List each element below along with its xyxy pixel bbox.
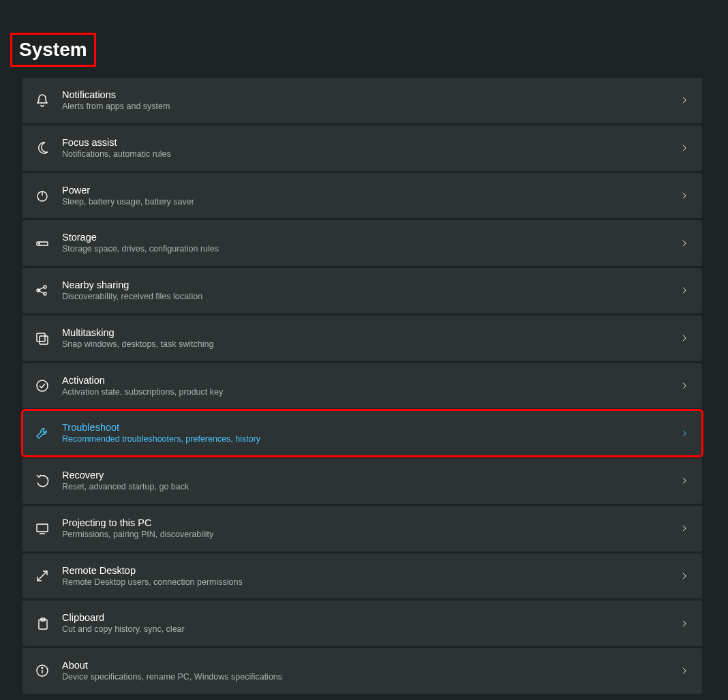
chevron-right-icon <box>680 239 690 248</box>
chevron-right-icon <box>680 666 690 675</box>
settings-item-about[interactable]: AboutDevice specifications, rename PC, W… <box>22 648 702 694</box>
settings-item-texts: MultitaskingSnap windows, desktops, task… <box>62 326 680 350</box>
drive-icon <box>35 236 50 251</box>
settings-item-title: Recovery <box>62 469 680 481</box>
chevron-right-icon <box>680 381 690 391</box>
settings-item-multitasking[interactable]: MultitaskingSnap windows, desktops, task… <box>22 316 702 361</box>
settings-item-texts: StorageStorage space, drives, configurat… <box>62 231 680 255</box>
settings-item-notifications[interactable]: NotificationsAlerts from apps and system <box>22 78 702 123</box>
chevron-right-icon <box>680 333 690 343</box>
settings-item-nearby-sharing[interactable]: Nearby sharingDiscoverability, received … <box>22 268 702 314</box>
settings-item-desc: Permissions, pairing PIN, discoverabilit… <box>62 530 680 541</box>
chevron-right-icon <box>680 286 690 295</box>
settings-item-desc: Recommended troubleshooters, preferences… <box>62 434 680 445</box>
settings-item-storage[interactable]: StorageStorage space, drives, configurat… <box>22 220 702 266</box>
bell-icon <box>35 93 50 108</box>
settings-item-texts: TroubleshootRecommended troubleshooters,… <box>62 421 680 445</box>
chevron-right-icon <box>680 429 690 438</box>
settings-item-texts: NotificationsAlerts from apps and system <box>62 89 680 112</box>
settings-item-clipboard[interactable]: ClipboardCut and copy history, sync, cle… <box>22 600 702 646</box>
settings-item-title: About <box>62 659 680 671</box>
settings-item-title: Projecting to this PC <box>62 517 680 529</box>
settings-item-desc: Snap windows, desktops, task switching <box>62 339 680 350</box>
chevron-right-icon <box>680 571 690 581</box>
settings-item-texts: Nearby sharingDiscoverability, received … <box>62 279 680 303</box>
settings-item-title: Remote Desktop <box>62 564 680 577</box>
settings-item-remote-desktop[interactable]: Remote DesktopRemote Desktop users, conn… <box>22 553 702 599</box>
chevron-right-icon <box>680 619 690 628</box>
settings-item-troubleshoot[interactable]: TroubleshootRecommended troubleshooters,… <box>22 410 702 456</box>
settings-item-texts: ActivationActivation state, subscription… <box>62 374 680 398</box>
page-title: System <box>10 33 96 67</box>
settings-item-desc: Notifications, automatic rules <box>62 149 680 160</box>
multitask-icon <box>35 331 50 346</box>
settings-item-texts: ClipboardCut and copy history, sync, cle… <box>62 611 680 635</box>
settings-item-texts: Projecting to this PCPermissions, pairin… <box>62 517 680 541</box>
settings-item-power[interactable]: PowerSleep, battery usage, battery saver <box>22 173 702 219</box>
settings-item-texts: Remote DesktopRemote Desktop users, conn… <box>62 564 680 588</box>
chevron-right-icon <box>680 191 690 200</box>
settings-item-desc: Alerts from apps and system <box>62 102 680 112</box>
clipboard-icon <box>35 616 50 631</box>
settings-item-title: Activation <box>62 374 680 386</box>
settings-item-recovery[interactable]: RecoveryReset, advanced startup, go back <box>22 458 702 504</box>
wrench-icon <box>35 426 50 441</box>
project-icon <box>35 521 50 536</box>
settings-item-title: Power <box>62 184 680 196</box>
settings-item-texts: PowerSleep, battery usage, battery saver <box>62 184 680 208</box>
check-circle-icon <box>35 378 50 393</box>
settings-item-texts: AboutDevice specifications, rename PC, W… <box>62 659 680 683</box>
settings-item-desc: Remote Desktop users, connection permiss… <box>62 577 680 588</box>
settings-item-desc: Cut and copy history, sync, clear <box>62 624 680 635</box>
settings-item-title: Multitasking <box>62 326 680 339</box>
recovery-icon <box>35 473 50 488</box>
settings-item-projecting[interactable]: Projecting to this PCPermissions, pairin… <box>22 506 702 551</box>
settings-item-title: Storage <box>62 231 680 243</box>
share-icon <box>35 283 50 298</box>
settings-item-texts: RecoveryReset, advanced startup, go back <box>62 469 680 493</box>
settings-item-desc: Discoverability, received files location <box>62 292 680 303</box>
chevron-right-icon <box>680 143 690 153</box>
settings-item-desc: Reset, advanced startup, go back <box>62 482 680 493</box>
settings-item-title: Troubleshoot <box>62 421 680 433</box>
settings-item-title: Notifications <box>62 89 680 101</box>
settings-item-desc: Storage space, drives, configuration rul… <box>62 244 680 255</box>
settings-item-focus-assist[interactable]: Focus assistNotifications, automatic rul… <box>22 125 702 171</box>
chevron-right-icon <box>680 95 690 105</box>
remote-icon <box>35 568 50 583</box>
settings-item-activation[interactable]: ActivationActivation state, subscription… <box>22 363 702 409</box>
settings-item-desc: Device specifications, rename PC, Window… <box>62 672 680 683</box>
settings-item-title: Focus assist <box>62 136 680 149</box>
chevron-right-icon <box>680 476 690 485</box>
settings-item-texts: Focus assistNotifications, automatic rul… <box>62 136 680 160</box>
power-icon <box>35 188 50 203</box>
settings-list: NotificationsAlerts from apps and system… <box>0 78 728 700</box>
moon-icon <box>35 140 50 155</box>
settings-item-title: Nearby sharing <box>62 279 680 291</box>
info-icon <box>35 663 50 678</box>
settings-item-desc: Sleep, battery usage, battery saver <box>62 197 680 208</box>
settings-item-desc: Activation state, subscriptions, product… <box>62 387 680 398</box>
chevron-right-icon <box>680 523 690 533</box>
settings-item-title: Clipboard <box>62 611 680 624</box>
